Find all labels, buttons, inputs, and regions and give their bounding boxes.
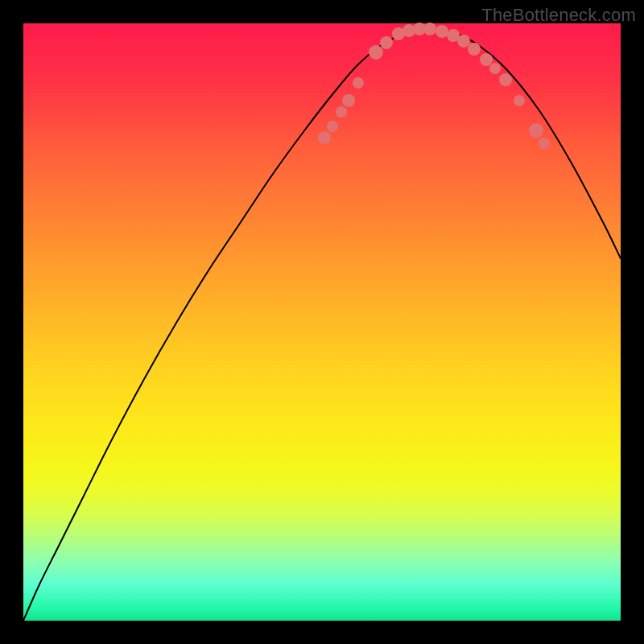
data-point (327, 121, 338, 132)
data-point (369, 45, 383, 60)
plot-svg (23, 23, 621, 621)
data-point (514, 95, 525, 106)
data-point (380, 36, 393, 49)
data-points (318, 23, 550, 149)
data-point (457, 35, 470, 47)
data-point (342, 94, 355, 107)
data-point (336, 106, 347, 118)
data-point (480, 53, 493, 66)
data-point (539, 138, 550, 149)
gradient-plot-area (23, 23, 621, 621)
data-point (529, 123, 543, 138)
watermark-text: TheBottleneck.com (481, 5, 636, 26)
data-point (318, 131, 331, 144)
bottleneck-curve (23, 29, 621, 621)
data-point (468, 43, 481, 56)
data-point (489, 63, 501, 74)
data-point (353, 77, 364, 89)
data-point (499, 73, 512, 86)
data-point (423, 23, 436, 35)
data-point (436, 25, 448, 38)
